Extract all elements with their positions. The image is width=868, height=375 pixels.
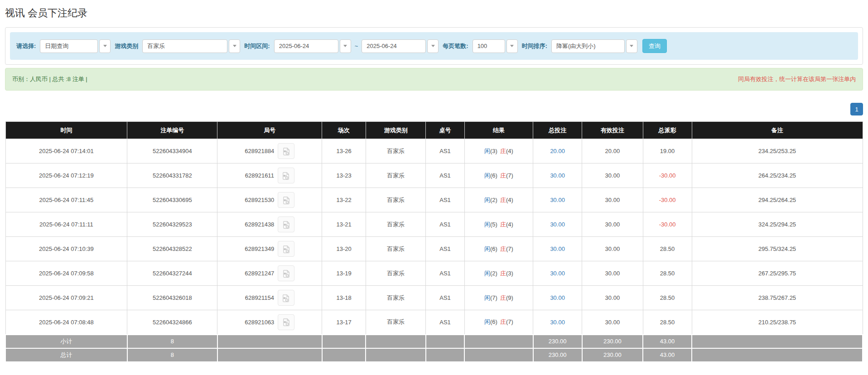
video-replay-button[interactable] [278,290,294,306]
result-banker-score: (7) [506,318,513,325]
game-type-select[interactable]: 百家乐 [142,39,240,53]
sort-select[interactable]: 降冪(由大到小) [551,39,637,53]
cell-payout: 28.50 [643,310,692,335]
cell-total-bet: 30.00 [533,310,582,335]
video-replay-button[interactable] [278,192,294,208]
total-bet-link[interactable]: 30.00 [550,319,565,326]
valid-bet-note-text: 同局有效投注，统一计算在该局第一张注单内 [738,75,856,83]
cell-payout: -30.00 [643,212,692,237]
table-row: 2025-06-24 07:12:19 522604331782 6289216… [5,163,863,188]
round-id-text: 628921063 [245,319,274,326]
cell-result: 闲(2)庄(3) [464,261,533,286]
result-player-score: (2) [490,197,497,203]
filter-bar: 请选择: 日期查询 游戏类别 百家乐 时间区间: 2025-06-24 ~ 20… [10,32,858,60]
cell-payout: 19.00 [643,139,692,163]
video-replay-button[interactable] [278,265,294,281]
round-id-text: 628921154 [245,294,274,301]
cell-total-bet: 30.00 [533,261,582,286]
result-player-score: (6) [490,172,497,179]
filter-panel: 请选择: 日期查询 游戏类别 百家乐 时间区间: 2025-06-24 ~ 20… [5,27,863,65]
video-replay-button[interactable] [278,241,294,257]
grand-total-valid-bet: 230.00 [582,348,643,362]
cell-time: 2025-06-24 07:11:11 [5,212,127,237]
result-banker-label: 庄 [500,294,506,301]
page-size-value: 100 [473,39,505,53]
date-to-select[interactable]: 2025-06-24 [362,39,439,53]
cell-session: 13-20 [322,237,366,261]
date-to-value: 2025-06-24 [362,39,426,53]
cell-time: 2025-06-24 07:14:01 [5,139,127,163]
total-bet-link[interactable]: 30.00 [550,172,565,179]
total-bet-link[interactable]: 30.00 [550,221,565,228]
cell-result: 闲(6)庄(7) [464,310,533,335]
page-size-select[interactable]: 100 [473,39,518,53]
header-remark: 备注 [692,122,863,139]
cell-bet-id: 522604331782 [127,163,217,188]
sort-value: 降冪(由大到小) [551,39,625,53]
table-row: 2025-06-24 07:10:39 522604328522 6289213… [5,237,863,261]
total-bet-link[interactable]: 30.00 [550,294,565,301]
header-payout: 总派彩 [643,122,692,139]
cell-bet-id: 522604324866 [127,310,217,335]
table-row: 2025-06-24 07:09:58 522604327244 6289212… [5,261,863,286]
cell-game-type: 百家乐 [366,237,426,261]
video-replay-button[interactable] [278,314,294,330]
chevron-down-icon [229,39,240,53]
video-replay-button[interactable] [278,216,294,232]
cell-result: 闲(6)庄(7) [464,163,533,188]
round-id-text: 628921247 [245,270,274,277]
cell-remark: 210.25/238.75 [692,310,863,335]
cell-table-no: AS1 [426,163,464,188]
cell-total-bet: 30.00 [533,163,582,188]
total-bet-link[interactable]: 30.00 [550,245,565,252]
cell-result: 闲(7)庄(9) [464,286,533,310]
cell-remark: 267.25/295.75 [692,261,863,286]
cell-round-id: 628921438 [217,212,322,237]
subtotal-label: 小计 [5,335,127,348]
video-replay-button[interactable] [278,143,294,159]
search-button[interactable]: 查询 [642,39,667,53]
table-row: 2025-06-24 07:11:11 522604329523 6289214… [5,212,863,237]
video-file-icon [282,317,291,327]
result-player-score: (7) [490,294,497,301]
round-id-text: 628921884 [245,148,274,154]
subtotal-total-bet: 230.00 [533,335,582,348]
cell-game-type: 百家乐 [366,139,426,163]
cell-valid-bet: 30.00 [582,212,643,237]
query-type-select[interactable]: 日期查询 [40,39,111,53]
header-session: 场次 [322,122,366,139]
result-banker-score: (7) [506,245,513,252]
cell-remark: 234.25/253.25 [692,139,863,163]
total-bet-link[interactable]: 30.00 [550,270,565,277]
result-player-label: 闲 [484,172,490,179]
cell-table-no: AS1 [426,286,464,310]
header-round-id: 局号 [217,122,322,139]
video-file-icon [282,245,291,254]
cell-table-no: AS1 [426,139,464,163]
subtotal-row: 小计 8 230.00 230.00 43.00 [5,335,863,348]
cell-round-id: 628921154 [217,286,322,310]
video-replay-button[interactable] [278,168,294,183]
cell-result: 闲(5)庄(4) [464,212,533,237]
subtotal-valid-bet: 230.00 [582,335,643,348]
cell-time: 2025-06-24 07:09:21 [5,286,127,310]
date-from-select[interactable]: 2025-06-24 [274,39,351,53]
video-file-icon [282,147,291,156]
total-bet-link[interactable]: 20.00 [550,148,565,154]
table-footer: 小计 8 230.00 230.00 43.00 总计 8 230.00 230… [5,335,863,362]
page-1-button[interactable]: 1 [850,103,863,115]
chevron-down-icon [340,39,351,53]
cell-time: 2025-06-24 07:12:19 [5,163,127,188]
cell-session: 13-17 [322,310,366,335]
total-bet-link[interactable]: 30.00 [550,197,565,203]
cell-bet-id: 522604334904 [127,139,217,163]
cell-time: 2025-06-24 07:10:39 [5,237,127,261]
cell-total-bet: 30.00 [533,212,582,237]
cell-result: 闲(3)庄(4) [464,139,533,163]
cell-table-no: AS1 [426,212,464,237]
cell-round-id: 628921349 [217,237,322,261]
video-file-icon [282,220,291,229]
grand-total-label: 总计 [5,348,127,362]
cell-payout: 28.50 [643,261,692,286]
round-id-text: 628921530 [245,197,274,203]
